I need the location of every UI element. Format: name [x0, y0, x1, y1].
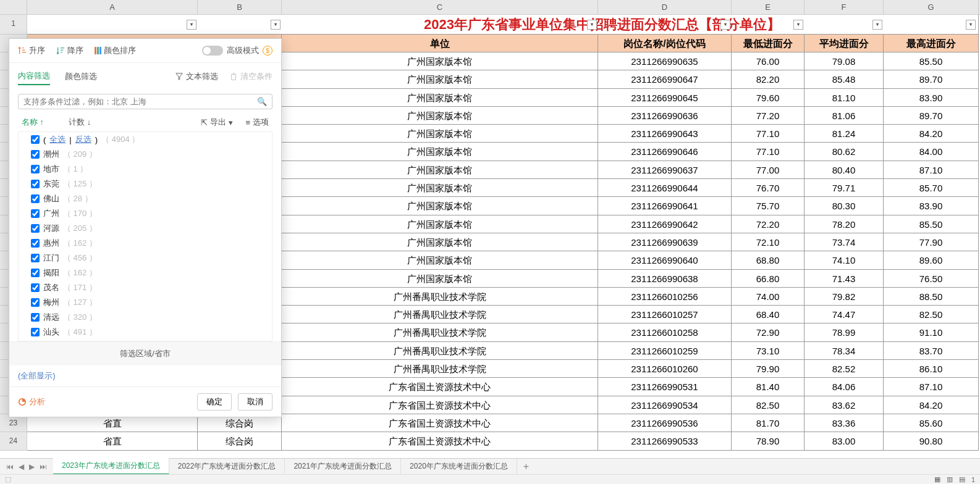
- cell-code[interactable]: 2311266990531: [598, 378, 732, 396]
- sheet-tab-active[interactable]: 2023年广东统考进面分数汇总: [53, 458, 169, 475]
- cell-code[interactable]: 2311266010257: [598, 306, 732, 323]
- col-header-e[interactable]: E: [732, 0, 805, 14]
- cell-unit[interactable]: 广州国家版本馆: [282, 52, 598, 70]
- cell-max[interactable]: 84.20: [884, 396, 979, 414]
- cell-min[interactable]: 76.70: [732, 179, 805, 197]
- th-unit[interactable]: 单位: [282, 35, 598, 52]
- cell-min[interactable]: 77.00: [732, 161, 805, 179]
- cell-avg[interactable]: 74.10: [805, 251, 884, 269]
- cell-avg[interactable]: 78.20: [805, 215, 884, 233]
- cell-avg[interactable]: 80.62: [805, 143, 884, 161]
- cell-min[interactable]: 79.60: [732, 89, 805, 107]
- cell-unit[interactable]: 广州国家版本馆: [282, 251, 598, 269]
- cell-avg[interactable]: 85.48: [805, 70, 884, 88]
- cell-unit[interactable]: 广州国家版本馆: [282, 215, 598, 233]
- text-filter-button[interactable]: 文本筛选: [175, 71, 218, 82]
- show-all-link[interactable]: (全部显示): [9, 365, 281, 386]
- cell-max[interactable]: 76.50: [884, 270, 979, 288]
- cell-max[interactable]: 83.90: [884, 89, 979, 107]
- cell-unit[interactable]: 广州国家版本馆: [282, 107, 598, 125]
- options-button[interactable]: ≡ 选项: [245, 117, 269, 128]
- cell-avg[interactable]: 78.34: [805, 342, 884, 360]
- advanced-toggle[interactable]: [202, 46, 223, 56]
- name-sort-header[interactable]: 名称 ↑: [22, 117, 44, 128]
- export-button[interactable]: ⇱ 导出 ▾: [201, 117, 233, 128]
- count-sort-header[interactable]: 计数 ↓: [69, 117, 91, 128]
- cell-max[interactable]: 84.20: [884, 125, 979, 143]
- th-code[interactable]: 岗位名称/岗位代码: [598, 35, 732, 52]
- filter-checkbox[interactable]: [31, 209, 40, 218]
- cell-max[interactable]: 88.50: [884, 288, 979, 306]
- cell-unit[interactable]: 广州国家版本馆: [282, 89, 598, 107]
- filter-checkbox[interactable]: [31, 298, 40, 307]
- filter-item[interactable]: 江门 （ 456 ）: [31, 251, 260, 265]
- filter-checkbox[interactable]: [31, 328, 40, 336]
- cell-unit[interactable]: 广州国家版本馆: [282, 179, 598, 197]
- cell-unit[interactable]: 广东省国土资源技术中心: [282, 414, 598, 432]
- cell-province[interactable]: 省直: [27, 432, 198, 450]
- cell-max[interactable]: 91.10: [884, 323, 979, 341]
- cell-max[interactable]: 84.00: [884, 143, 979, 161]
- cell-min[interactable]: 77.10: [732, 125, 805, 143]
- analyze-button[interactable]: 分析: [18, 396, 45, 407]
- col-header-g[interactable]: G: [884, 0, 979, 14]
- cell-max[interactable]: 89.70: [884, 107, 979, 125]
- filter-checkbox[interactable]: [31, 180, 40, 188]
- row-header[interactable]: 24: [0, 432, 27, 450]
- cell-unit[interactable]: 广州国家版本馆: [282, 161, 598, 179]
- filter-dropdown-icon[interactable]: ▾: [966, 20, 976, 30]
- cell-avg[interactable]: 81.10: [805, 89, 884, 107]
- cell-max[interactable]: 83.70: [884, 342, 979, 360]
- cell-max[interactable]: 82.50: [884, 306, 979, 323]
- cell-code[interactable]: 2311266990536: [598, 414, 732, 432]
- cell-avg[interactable]: 83.36: [805, 414, 884, 432]
- cell-min[interactable]: 78.90: [732, 432, 805, 450]
- cell-min[interactable]: 72.20: [732, 215, 805, 233]
- cell-max[interactable]: 89.70: [884, 70, 979, 88]
- cell-code[interactable]: 2311266990641: [598, 197, 732, 215]
- cell-avg[interactable]: 83.00: [805, 432, 884, 450]
- filter-dropdown-icon[interactable]: ▾: [872, 20, 882, 30]
- view-icon[interactable]: ▦: [934, 475, 940, 483]
- cell-code[interactable]: 2311266990635: [598, 52, 732, 70]
- cell-avg[interactable]: 79.08: [805, 52, 884, 70]
- cell-min[interactable]: 79.90: [732, 360, 805, 378]
- cell-code[interactable]: 2311266990647: [598, 70, 732, 88]
- cell-code[interactable]: 2311266010259: [598, 342, 732, 360]
- cell-max[interactable]: 83.90: [884, 197, 979, 215]
- filter-item[interactable]: 地市 （ 1 ）: [31, 162, 260, 177]
- cell-code[interactable]: 2311266990637: [598, 161, 732, 179]
- color-sort-button[interactable]: 颜色排序: [95, 45, 136, 56]
- cell-unit[interactable]: 广州番禺职业技术学院: [282, 360, 598, 378]
- grid-icon[interactable]: ▤: [959, 475, 965, 483]
- cell-code[interactable]: 2311266990638: [598, 270, 732, 288]
- cell-code[interactable]: 2311266990643: [598, 125, 732, 143]
- cell-unit[interactable]: 广州国家版本馆: [282, 70, 598, 88]
- layout-icon[interactable]: ▥: [947, 475, 953, 483]
- cell-max[interactable]: 86.10: [884, 360, 979, 378]
- cell-min[interactable]: 82.20: [732, 70, 805, 88]
- cell-avg[interactable]: 80.40: [805, 161, 884, 179]
- filter-item[interactable]: 梅州 （ 127 ）: [31, 295, 260, 310]
- cell-code[interactable]: 2311266990640: [598, 251, 732, 269]
- cell-unit[interactable]: 广东省国土资源技术中心: [282, 378, 598, 396]
- cell-code[interactable]: 2311266010256: [598, 288, 732, 306]
- cell-min[interactable]: 68.80: [732, 251, 805, 269]
- cell-min[interactable]: 72.90: [732, 323, 805, 341]
- cell-min[interactable]: 81.70: [732, 414, 805, 432]
- sheet-tab[interactable]: 2020年广东统考进面分数汇总: [401, 459, 517, 474]
- select-all-checkbox[interactable]: [31, 135, 40, 144]
- cell-max[interactable]: 85.50: [884, 52, 979, 70]
- title-cell-b[interactable]: ▾: [198, 15, 282, 35]
- cell-min[interactable]: 66.80: [732, 270, 805, 288]
- filter-item[interactable]: 河源 （ 205 ）: [31, 221, 260, 236]
- cell-max[interactable]: 85.60: [884, 414, 979, 432]
- cell-unit[interactable]: 广州国家版本馆: [282, 270, 598, 288]
- ok-button[interactable]: 确定: [197, 393, 232, 411]
- cell-max[interactable]: 77.90: [884, 233, 979, 251]
- cell-max[interactable]: 89.60: [884, 251, 979, 269]
- cell-unit[interactable]: 广州国家版本馆: [282, 197, 598, 215]
- cell-code[interactable]: 2311266990534: [598, 396, 732, 414]
- filter-dropdown-icon[interactable]: ▾: [187, 20, 196, 30]
- cell-unit[interactable]: 广州番禺职业技术学院: [282, 323, 598, 341]
